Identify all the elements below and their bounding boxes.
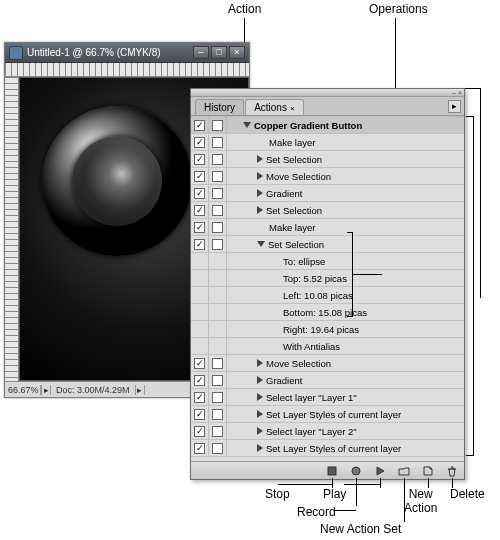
toggle-checkbox[interactable] xyxy=(194,358,205,369)
action-step-row[interactable]: Left: 10.08 picas xyxy=(191,287,464,304)
disclosure-triangle-icon[interactable] xyxy=(257,155,263,163)
action-step-row[interactable]: Bottom: 15.08 picas xyxy=(191,304,464,321)
stop-button[interactable] xyxy=(325,464,338,477)
disclosure-triangle-icon[interactable] xyxy=(257,241,265,247)
dialog-checkbox[interactable] xyxy=(212,205,223,216)
disclosure-triangle-icon[interactable] xyxy=(257,189,263,197)
dialog-checkbox[interactable] xyxy=(212,188,223,199)
action-step-row[interactable]: Set Selection xyxy=(191,202,464,219)
toggle-checkbox[interactable] xyxy=(194,222,205,233)
disclosure-triangle-icon[interactable] xyxy=(257,376,263,384)
new-set-button[interactable] xyxy=(397,464,410,477)
callout-delete: Delete xyxy=(450,487,485,501)
toggle-checkbox[interactable] xyxy=(194,154,205,165)
action-step-row[interactable]: Right: 19.64 picas xyxy=(191,321,464,338)
action-step-row[interactable]: Make layer xyxy=(191,134,464,151)
callout-line xyxy=(380,478,381,488)
delete-button[interactable] xyxy=(445,464,458,477)
action-step-row[interactable]: Move Selection xyxy=(191,168,464,185)
step-label: Gradient xyxy=(266,375,302,386)
action-step-row[interactable]: Set Layer Styles of current layer xyxy=(191,406,464,423)
dialog-checkbox[interactable] xyxy=(212,137,223,148)
disclosure-triangle-icon[interactable] xyxy=(257,206,263,214)
toggle-checkbox[interactable] xyxy=(194,205,205,216)
tab-close-icon[interactable]: × xyxy=(290,104,295,113)
step-label: Move Selection xyxy=(266,358,331,369)
status-menu[interactable]: ▸ xyxy=(135,385,145,395)
step-label: Set Layer Styles of current layer xyxy=(266,443,401,454)
dialog-checkbox[interactable] xyxy=(212,443,223,454)
toggle-checkbox[interactable] xyxy=(194,443,205,454)
dialog-checkbox[interactable] xyxy=(212,375,223,386)
step-label: Set Selection xyxy=(268,239,324,250)
toggle-checkbox[interactable] xyxy=(194,426,205,437)
toggle-checkbox[interactable] xyxy=(194,392,205,403)
panel-minimize[interactable]: – xyxy=(452,89,456,96)
disclosure-triangle-icon[interactable] xyxy=(257,359,263,367)
action-step-row[interactable]: Set Selection xyxy=(191,236,464,253)
action-set-name: Copper Gradient Button xyxy=(254,120,362,131)
action-step-row[interactable]: Select layer "Layer 1" xyxy=(191,389,464,406)
callout-action: Action xyxy=(228,2,261,16)
disclosure-triangle-icon[interactable] xyxy=(257,410,263,418)
disclosure-triangle-icon[interactable] xyxy=(257,172,263,180)
panel-close[interactable]: × xyxy=(458,89,462,96)
action-step-row[interactable]: Gradient xyxy=(191,185,464,202)
action-step-row[interactable]: Gradient xyxy=(191,372,464,389)
callout-line xyxy=(395,18,396,88)
action-step-row[interactable]: Select layer "Layer 2" xyxy=(191,423,464,440)
play-button[interactable] xyxy=(373,464,386,477)
toggle-checkbox[interactable] xyxy=(194,171,205,182)
svg-point-1 xyxy=(352,467,360,475)
document-titlebar[interactable]: Untitled-1 @ 66.7% (CMYK/8) – □ × xyxy=(5,43,249,63)
zoom-field[interactable]: 66.67% xyxy=(5,385,41,395)
dialog-checkbox[interactable] xyxy=(212,392,223,403)
panel-menu-button[interactable]: ▸ xyxy=(448,100,461,113)
new-action-button[interactable] xyxy=(421,464,434,477)
callout-line xyxy=(356,478,357,506)
dialog-checkbox[interactable] xyxy=(212,222,223,233)
tab-actions[interactable]: Actions× xyxy=(245,99,303,115)
disclosure-triangle-icon[interactable] xyxy=(257,444,263,452)
ruler-horizontal[interactable] xyxy=(5,63,249,77)
toggle-checkbox[interactable] xyxy=(194,188,205,199)
action-set-row[interactable]: Copper Gradient Button xyxy=(191,117,464,134)
panel-footer xyxy=(191,461,464,479)
action-step-row[interactable]: Set Layer Styles of current layer xyxy=(191,440,464,457)
ruler-vertical[interactable] xyxy=(5,77,19,381)
toggle-checkbox[interactable] xyxy=(194,409,205,420)
dialog-checkbox[interactable] xyxy=(212,154,223,165)
action-step-row[interactable]: To: ellipse xyxy=(191,253,464,270)
toggle-checkbox[interactable] xyxy=(194,375,205,386)
dialog-checkbox[interactable] xyxy=(212,358,223,369)
disclosure-triangle-icon[interactable] xyxy=(257,427,263,435)
tab-history[interactable]: History xyxy=(195,99,244,115)
action-step-row[interactable]: Make layer xyxy=(191,219,464,236)
dialog-checkbox[interactable] xyxy=(212,409,223,420)
action-step-row[interactable]: Top: 5.52 picas xyxy=(191,270,464,287)
actions-panel: – × History Actions× ▸ Copper Gradient B… xyxy=(190,88,465,480)
toggle-checkbox[interactable] xyxy=(194,120,205,131)
dialog-checkbox[interactable] xyxy=(212,426,223,437)
dialog-checkbox[interactable] xyxy=(212,120,223,131)
minimize-button[interactable]: – xyxy=(193,46,209,59)
maximize-button[interactable]: □ xyxy=(211,46,227,59)
close-button[interactable]: × xyxy=(229,46,245,59)
disclosure-triangle-icon[interactable] xyxy=(243,122,251,128)
callout-line xyxy=(278,484,332,485)
action-step-row[interactable]: Move Selection xyxy=(191,355,464,372)
disclosure-triangle-icon[interactable] xyxy=(257,393,263,401)
callout-line xyxy=(344,484,380,485)
panel-tabs: History Actions× ▸ xyxy=(191,97,464,116)
dialog-checkbox[interactable] xyxy=(212,171,223,182)
record-button[interactable] xyxy=(349,464,362,477)
status-expand[interactable]: ▸ xyxy=(41,385,51,395)
toggle-checkbox[interactable] xyxy=(194,239,205,250)
action-step-row[interactable]: Set Selection xyxy=(191,151,464,168)
dialog-checkbox[interactable] xyxy=(212,239,223,250)
app-icon xyxy=(9,46,23,60)
step-label: Top: 5.52 picas xyxy=(283,273,347,284)
toggle-checkbox[interactable] xyxy=(194,137,205,148)
action-step-row[interactable]: With Antialias xyxy=(191,338,464,355)
panel-titlebar[interactable]: – × xyxy=(191,89,464,97)
